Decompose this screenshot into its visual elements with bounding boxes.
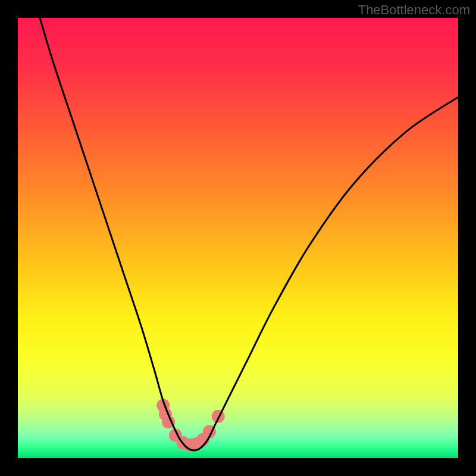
data-marker — [212, 410, 225, 423]
chart-frame: TheBottleneck.com — [0, 0, 476, 476]
plot-area — [18, 18, 458, 458]
attribution-text: TheBottleneck.com — [358, 2, 470, 18]
bottleneck-curve — [40, 18, 458, 450]
curve-layer — [18, 18, 458, 458]
